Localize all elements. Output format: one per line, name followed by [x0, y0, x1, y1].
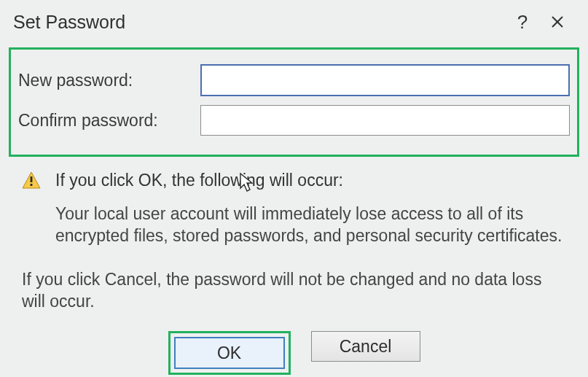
confirm-password-row: Confirm password: [18, 105, 570, 136]
ok-button[interactable]: OK [174, 337, 285, 369]
warning-section: If you click OK, the following will occu… [0, 157, 588, 247]
confirm-password-label: Confirm password: [18, 111, 200, 131]
button-bar: OK Cancel [0, 331, 588, 375]
warning-heading-text: If you click OK, the following will occu… [55, 171, 343, 190]
warning-heading: If you click OK, the following will occu… [55, 170, 343, 192]
dialog-title: Set Password [13, 12, 505, 33]
warning-body-text: Your local user account will immediately… [55, 203, 566, 247]
close-button[interactable] [540, 9, 575, 35]
new-password-label: New password: [18, 71, 200, 90]
new-password-row: New password: [18, 64, 570, 96]
help-button[interactable]: ? [505, 9, 540, 35]
svg-rect-3 [31, 176, 33, 182]
ok-button-highlight: OK [168, 331, 291, 375]
close-icon [550, 15, 565, 29]
cancel-button[interactable]: Cancel [311, 331, 420, 362]
cancel-note-text: If you click Cancel, the password will n… [22, 269, 566, 313]
new-password-input[interactable] [200, 64, 570, 96]
warning-icon [22, 171, 44, 189]
title-bar: Set Password ? [0, 0, 588, 41]
confirm-password-input[interactable] [200, 105, 570, 136]
svg-rect-4 [31, 184, 33, 186]
password-input-group: New password: Confirm password: [9, 47, 579, 157]
